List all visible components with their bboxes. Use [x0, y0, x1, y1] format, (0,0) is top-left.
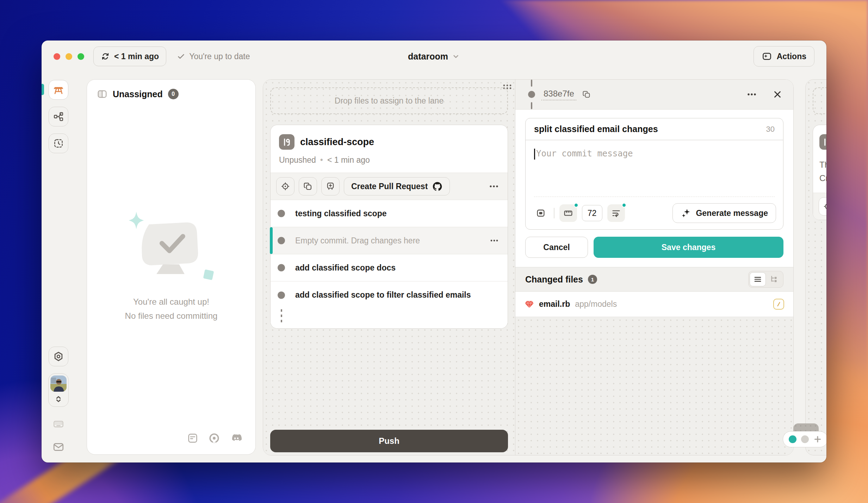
copy-hash-button[interactable]	[581, 88, 593, 100]
generate-label: Generate message	[696, 209, 768, 218]
chevron-down-icon	[452, 52, 460, 61]
add-lane-button[interactable]	[813, 435, 822, 443]
commit-row[interactable]: add classified scope docs	[271, 254, 508, 281]
status-label: You're up to date	[189, 52, 250, 61]
github-icon	[432, 181, 442, 192]
feedback-button[interactable]	[50, 441, 67, 453]
commit-details-panel: 838e7fe	[515, 80, 793, 455]
create-pull-request-button[interactable]: Create Pull Request	[344, 177, 450, 195]
changed-files-count-badge: 1	[588, 275, 597, 284]
text-caret	[534, 149, 535, 160]
mail-icon	[52, 441, 64, 453]
empty-title: You're all caught up!	[125, 295, 218, 309]
sidebar-item-branches[interactable]	[49, 107, 68, 126]
minimize-window-button[interactable]	[66, 53, 72, 60]
gitbutler-window: < 1 min ago You're up to date dataroom	[42, 41, 826, 462]
panel-footer	[87, 432, 255, 454]
generate-message-button[interactable]: Generate message	[672, 203, 776, 223]
commit-title-input[interactable]	[534, 124, 761, 134]
close-window-button[interactable]	[54, 53, 60, 60]
branch-badge-icon	[279, 134, 294, 150]
keyboard-icon	[53, 418, 64, 430]
tree-view-button[interactable]	[766, 272, 782, 286]
push-button[interactable]: Push	[270, 430, 508, 452]
monitor-shape	[137, 219, 204, 279]
commit-message-card: 30 Your commit message	[525, 118, 783, 230]
branch-card: classified-scope Unpushed • < 1 min ago	[270, 125, 508, 329]
sync-button[interactable]: < 1 min ago	[93, 46, 166, 66]
zoom-window-button[interactable]	[78, 53, 84, 60]
tree-view-icon	[769, 275, 779, 284]
file-dropzone[interactable]	[813, 87, 826, 114]
commit-title: add classified scope docs	[295, 263, 396, 273]
avatar	[50, 375, 67, 392]
file-dropzone[interactable]: Drop files to assign to the lane	[270, 87, 508, 114]
editor-mode-button[interactable]	[533, 205, 549, 221]
truncated-text: Th Cre	[819, 158, 826, 185]
wrap-toggle-button[interactable]	[607, 204, 625, 222]
commit-row-empty-selected[interactable]: Empty commit. Drag changes here	[271, 227, 508, 254]
monitor-check-illustration	[127, 212, 215, 282]
keyboard-shortcuts-button[interactable]	[51, 418, 66, 430]
branch-toolbar	[813, 193, 826, 220]
branch-menu-button[interactable]	[486, 185, 502, 188]
edit-actions: Cancel Save changes	[525, 237, 783, 258]
check-icon	[177, 52, 185, 61]
plus-icon	[813, 435, 822, 443]
branch-push-status: Unpushed	[279, 155, 316, 165]
message-toolbar: 72	[526, 197, 783, 229]
commit-hash-link[interactable]: 838e7fe	[541, 88, 576, 100]
commit-target-button[interactable]	[276, 177, 294, 195]
sidebar-item-settings[interactable]	[49, 347, 68, 366]
list-view-button[interactable]	[750, 272, 766, 286]
project-selector[interactable]: dataroom	[408, 51, 460, 62]
page-dot-active[interactable]	[789, 435, 796, 443]
add-dependent-branch-button[interactable]	[321, 177, 340, 195]
list-view-icon	[753, 275, 762, 284]
commit-details-menu-button[interactable]	[743, 93, 760, 96]
editor-mode-icon	[536, 208, 546, 218]
settings-icon	[53, 351, 64, 362]
file-path: app/models	[575, 299, 617, 309]
copy-branch-button[interactable]	[299, 177, 317, 195]
target-icon	[280, 181, 290, 191]
enabled-dot	[622, 203, 626, 207]
docs-button[interactable]	[187, 432, 198, 445]
wrap-icon	[611, 208, 621, 218]
close-details-button[interactable]	[771, 88, 784, 101]
commit-graph-node	[525, 80, 540, 109]
cancel-button[interactable]: Cancel	[525, 237, 588, 258]
branch-name: classified-scope	[300, 137, 374, 148]
open-source-icon	[208, 432, 220, 444]
unassigned-header: Unassigned 0	[87, 80, 255, 103]
sidebar-item-workspace[interactable]	[49, 80, 68, 100]
branch-time: < 1 min ago	[327, 155, 370, 165]
save-changes-button[interactable]: Save changes	[594, 237, 783, 258]
discord-button[interactable]	[230, 432, 243, 445]
commit-target-button[interactable]	[819, 197, 826, 216]
actions-button[interactable]: Actions	[754, 46, 814, 67]
ruler-toggle-button[interactable]	[559, 204, 577, 222]
open-source-button[interactable]	[208, 432, 220, 445]
commit-row[interactable]: testing classified scope	[271, 200, 508, 227]
commit-list: testing classified scope Empty commit. D…	[271, 200, 508, 328]
changed-file-row[interactable]: email.rb app/models	[515, 292, 793, 317]
wrap-width-value[interactable]: 72	[582, 205, 602, 221]
message-placeholder: Your commit message	[536, 149, 633, 159]
docs-icon	[187, 433, 198, 444]
sync-label: < 1 min ago	[114, 52, 159, 61]
divider	[554, 208, 554, 218]
view-toggle	[748, 271, 783, 288]
branch-meta: Unpushed • < 1 min ago	[279, 155, 499, 165]
commit-menu-button[interactable]	[488, 237, 501, 244]
enabled-dot	[574, 203, 578, 207]
page-dot[interactable]	[801, 435, 809, 443]
empty-subtitle: No files need committing	[125, 309, 218, 323]
details-empty-area	[515, 317, 793, 455]
account-switcher[interactable]	[48, 373, 69, 407]
commit-message-input[interactable]: Your commit message	[526, 140, 783, 197]
sidebar-item-history[interactable]	[49, 133, 68, 153]
commit-row[interactable]: add classified scope to filter classifie…	[271, 281, 508, 309]
branch-card-header[interactable]: classified-scope Unpushed • < 1 min ago	[271, 125, 508, 173]
pr-button-label: Create Pull Request	[351, 182, 428, 191]
